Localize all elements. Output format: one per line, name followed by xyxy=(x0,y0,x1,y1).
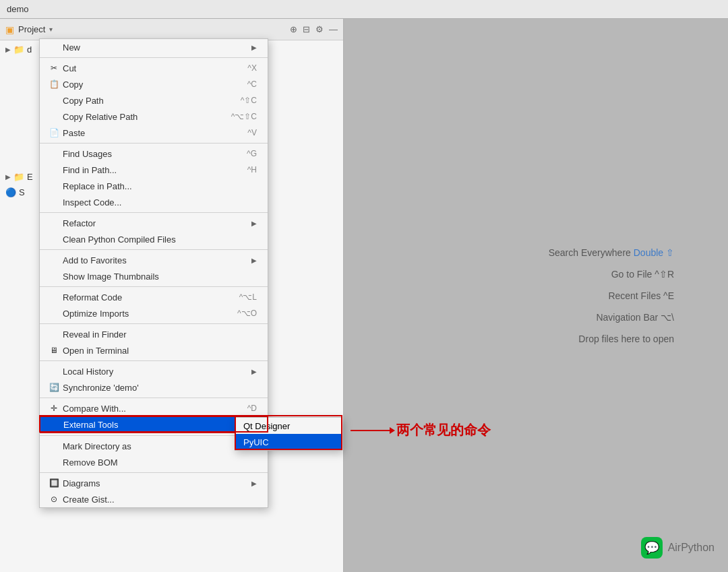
menu-item-copy-path[interactable]: Copy Path ^⇧C xyxy=(40,92,268,108)
project-panel-header: ▣ Project ▾ ⊕ ⊟ ⚙ — xyxy=(0,19,343,40)
separator-4 xyxy=(40,249,268,250)
tree-item-label: S xyxy=(19,187,25,197)
context-menu: New ▶ ✂ Cut ^X 📋 Copy ^C Copy Path ^⇧C C… xyxy=(39,38,268,508)
menu-item-optimize-imports[interactable]: Optimize Imports ^⌥O xyxy=(40,305,268,321)
search-everywhere-shortcut: Double ⇧ xyxy=(634,247,674,258)
menu-item-new[interactable]: New ▶ xyxy=(40,39,268,55)
menu-item-find-usages[interactable]: Find Usages ^G xyxy=(40,146,268,162)
menu-item-replace-in-path[interactable]: Replace in Path... xyxy=(40,178,268,194)
menu-item-create-gist[interactable]: ⊙ Create Gist... xyxy=(40,491,268,507)
separator-6 xyxy=(40,323,268,324)
menu-item-compare-with[interactable]: ✛ Compare With... ^D xyxy=(40,400,268,416)
diagrams-icon: 🔲 xyxy=(48,478,60,488)
separator-7 xyxy=(40,360,268,361)
menu-item-paste[interactable]: 📄 Paste ^V xyxy=(40,125,268,141)
project-header-icons: ⊕ ⊟ ⚙ — xyxy=(290,24,338,34)
separator-3 xyxy=(40,212,268,213)
hint-recent-files: Recent Files ^E xyxy=(608,290,674,301)
app-title: demo xyxy=(7,4,29,14)
separator-8 xyxy=(40,398,268,398)
terminal-icon: 🖥 xyxy=(48,346,60,355)
menu-item-open-in-terminal[interactable]: 🖥 Open in Terminal xyxy=(40,342,268,358)
separator-1 xyxy=(40,57,268,58)
annotation-arrow xyxy=(351,430,391,431)
diagrams-submenu-arrow: ▶ xyxy=(251,480,257,487)
menu-item-local-history[interactable]: Local History ▶ xyxy=(40,363,268,379)
go-to-file-shortcut: ^⇧R xyxy=(655,269,674,280)
menu-item-mark-directory-as[interactable]: Mark Directory as ▶ xyxy=(40,438,268,454)
menu-item-refactor[interactable]: Refactor ▶ xyxy=(40,215,268,231)
menu-item-reformat-code[interactable]: Reformat Code ^⌥L xyxy=(40,289,268,305)
close-icon[interactable]: — xyxy=(329,24,338,34)
annotation-text: 两个常见的命令 xyxy=(396,421,491,439)
watermark: 💬 AirPython xyxy=(641,537,715,559)
cut-icon: ✂ xyxy=(48,63,60,73)
menu-item-copy[interactable]: 📋 Copy ^C xyxy=(40,76,268,92)
favorites-submenu-arrow: ▶ xyxy=(251,257,257,264)
project-chevron[interactable]: ▾ xyxy=(49,26,53,33)
navigation-bar-shortcut: ⌥\ xyxy=(661,312,674,323)
compare-icon: ✛ xyxy=(48,404,60,413)
new-submenu-arrow: ▶ xyxy=(251,44,257,51)
paste-icon: 📄 xyxy=(48,128,60,137)
copy-icon: 📋 xyxy=(48,80,60,89)
gist-icon: ⊙ xyxy=(48,495,60,504)
wechat-icon: 💬 xyxy=(641,537,663,559)
tree-item-label: d xyxy=(27,44,32,55)
menu-item-cut[interactable]: ✂ Cut ^X xyxy=(40,60,268,76)
refactor-submenu-arrow: ▶ xyxy=(251,220,257,227)
menu-item-inspect-code[interactable]: Inspect Code... xyxy=(40,194,268,210)
menu-item-show-image-thumbnails[interactable]: Show Image Thumbnails xyxy=(40,268,268,284)
sync-icon[interactable]: ⊕ xyxy=(290,24,297,34)
menu-item-remove-bom[interactable]: Remove BOM xyxy=(40,454,268,470)
menu-item-add-to-favorites[interactable]: Add to Favorites ▶ xyxy=(40,252,268,268)
menu-item-external-tools[interactable]: External Tools ▶ xyxy=(40,416,268,433)
hint-navigation-bar: Navigation Bar ⌥\ xyxy=(596,312,674,323)
sync-icon: 🔄 xyxy=(48,383,60,392)
hint-drop-files: Drop files here to open xyxy=(578,333,674,344)
menu-item-synchronize[interactable]: 🔄 Synchronize 'demo' xyxy=(40,379,268,395)
separator-9 xyxy=(40,435,268,436)
hint-search-everywhere: Search Everywhere Double ⇧ xyxy=(549,247,674,258)
separator-2 xyxy=(40,143,268,144)
menu-item-diagrams[interactable]: 🔲 Diagrams ▶ xyxy=(40,475,268,491)
local-history-submenu-arrow: ▶ xyxy=(251,368,257,375)
hint-go-to-file: Go to File ^⇧R xyxy=(611,269,674,280)
project-folder-icon: ▣ xyxy=(5,24,14,35)
collapse-icon[interactable]: ⊟ xyxy=(303,24,310,34)
menu-item-find-in-path[interactable]: Find in Path... ^H xyxy=(40,162,268,178)
brand-text: AirPython xyxy=(668,542,715,554)
title-bar: demo xyxy=(0,0,728,19)
separator-5 xyxy=(40,286,268,287)
separator-10 xyxy=(40,472,268,473)
main-content: Search Everywhere Double ⇧ Go to File ^⇧… xyxy=(344,19,728,572)
submenu-item-pyuic[interactable]: PyUIC xyxy=(235,434,342,450)
external-tools-submenu: Qt Designer PyUIC xyxy=(235,417,342,451)
annotation: 两个常见的命令 xyxy=(351,421,491,439)
project-label: Project xyxy=(18,24,45,34)
recent-files-shortcut: ^E xyxy=(663,290,674,301)
menu-item-clean-python[interactable]: Clean Python Compiled Files xyxy=(40,231,268,247)
menu-item-copy-relative-path[interactable]: Copy Relative Path ^⌥⇧C xyxy=(40,108,268,125)
submenu-item-qt-designer[interactable]: Qt Designer xyxy=(235,418,342,434)
menu-item-reveal-in-finder[interactable]: Reveal in Finder xyxy=(40,326,268,342)
settings-icon[interactable]: ⚙ xyxy=(315,24,324,34)
tree-item-label: E xyxy=(27,172,33,182)
